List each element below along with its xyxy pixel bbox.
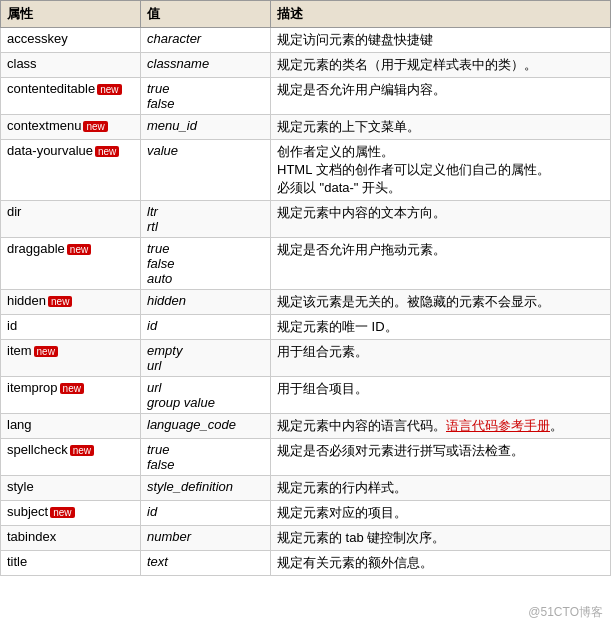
- table-row-attr: subjectnew: [1, 501, 141, 526]
- table-row-attr: data-yourvaluenew: [1, 140, 141, 201]
- table-row-val: emptyurl: [141, 340, 271, 377]
- table-row-val: id: [141, 315, 271, 340]
- table-row-attr: hiddennew: [1, 290, 141, 315]
- new-badge: new: [97, 84, 121, 95]
- table-row-desc: 规定元素对应的项目。: [271, 501, 611, 526]
- desc-text: 规定元素的上下文菜单。: [277, 119, 420, 134]
- value-item: true: [147, 81, 169, 96]
- desc-text: 规定元素的 tab 键控制次序。: [277, 530, 445, 545]
- table-row-attr: spellchecknew: [1, 439, 141, 476]
- table-row-desc: 规定元素的类名（用于规定样式表中的类）。: [271, 53, 611, 78]
- new-badge: new: [67, 244, 91, 255]
- new-badge: new: [83, 121, 107, 132]
- table-row-val: text: [141, 551, 271, 576]
- desc-text: HTML 文档的创作者可以定义他们自己的属性。: [277, 162, 550, 177]
- table-row-desc: 规定是否必须对元素进行拼写或语法检查。: [271, 439, 611, 476]
- desc-text: 规定元素中内容的文本方向。: [277, 205, 446, 220]
- table-row-desc: 规定是否允许用户编辑内容。: [271, 78, 611, 115]
- value-item: number: [147, 529, 191, 544]
- desc-text: 规定元素的唯一 ID。: [277, 319, 398, 334]
- header-desc: 描述: [271, 1, 611, 28]
- new-badge: new: [60, 383, 84, 394]
- value-item: language_code: [147, 417, 236, 432]
- header-attr: 属性: [1, 1, 141, 28]
- table-row-desc: 规定元素的行内样式。: [271, 476, 611, 501]
- desc-text: 规定有关元素的额外信息。: [277, 555, 433, 570]
- desc-text: 规定该元素是无关的。被隐藏的元素不会显示。: [277, 294, 550, 309]
- table-row-val: truefalse: [141, 78, 271, 115]
- table-row-val: classname: [141, 53, 271, 78]
- desc-text: 规定元素对应的项目。: [277, 505, 407, 520]
- table-row-val: id: [141, 501, 271, 526]
- value-item: true: [147, 241, 169, 256]
- table-row-desc: 创作者定义的属性。HTML 文档的创作者可以定义他们自己的属性。必须以 "dat…: [271, 140, 611, 201]
- new-badge: new: [70, 445, 94, 456]
- desc-text: 规定是否必须对元素进行拼写或语法检查。: [277, 443, 524, 458]
- table-row-attr: contenteditablenew: [1, 78, 141, 115]
- table-row-val: character: [141, 28, 271, 53]
- table-row-val: value: [141, 140, 271, 201]
- value-item: auto: [147, 271, 172, 286]
- table-row-val: truefalse: [141, 439, 271, 476]
- new-badge: new: [34, 346, 58, 357]
- table-row-attr: title: [1, 551, 141, 576]
- table-row-val: ltrrtl: [141, 201, 271, 238]
- table-row-desc: 规定元素的上下文菜单。: [271, 115, 611, 140]
- table-row-attr: accesskey: [1, 28, 141, 53]
- desc-text: 规定是否允许用户编辑内容。: [277, 82, 446, 97]
- desc-link[interactable]: 语言代码参考手册: [446, 418, 550, 433]
- value-item: group value: [147, 395, 215, 410]
- desc-text: 必须以 "data-" 开头。: [277, 180, 401, 195]
- value-item: character: [147, 31, 201, 46]
- desc-text: 规定访问元素的键盘快捷键: [277, 32, 433, 47]
- value-item: ltr: [147, 204, 158, 219]
- table-row-desc: 规定有关元素的额外信息。: [271, 551, 611, 576]
- table-row-attr: id: [1, 315, 141, 340]
- table-row-desc: 规定是否允许用户拖动元素。: [271, 238, 611, 290]
- value-item: true: [147, 442, 169, 457]
- value-item: url: [147, 380, 161, 395]
- new-badge: new: [48, 296, 72, 307]
- table-row-attr: tabindex: [1, 526, 141, 551]
- value-item: style_definition: [147, 479, 233, 494]
- new-badge: new: [95, 146, 119, 157]
- table-row-desc: 用于组合元素。: [271, 340, 611, 377]
- table-row-attr: itemnew: [1, 340, 141, 377]
- table-row-val: number: [141, 526, 271, 551]
- table-row-val: language_code: [141, 414, 271, 439]
- value-item: text: [147, 554, 168, 569]
- table-row-desc: 规定元素的 tab 键控制次序。: [271, 526, 611, 551]
- table-row-val: truefalseauto: [141, 238, 271, 290]
- value-item: id: [147, 504, 157, 519]
- desc-text: 创作者定义的属性。: [277, 144, 394, 159]
- value-item: false: [147, 96, 174, 111]
- table-row-val: menu_id: [141, 115, 271, 140]
- desc-text: 规定是否允许用户拖动元素。: [277, 242, 446, 257]
- table-row-attr: lang: [1, 414, 141, 439]
- desc-text: 用于组合元素。: [277, 344, 368, 359]
- table-row-val: hidden: [141, 290, 271, 315]
- value-item: hidden: [147, 293, 186, 308]
- header-val: 值: [141, 1, 271, 28]
- table-row-desc: 规定访问元素的键盘快捷键: [271, 28, 611, 53]
- value-item: classname: [147, 56, 209, 71]
- table-row-attr: draggablenew: [1, 238, 141, 290]
- table-row-desc: 规定该元素是无关的。被隐藏的元素不会显示。: [271, 290, 611, 315]
- table-row-val: urlgroup value: [141, 377, 271, 414]
- table-row-desc: 规定元素中内容的语言代码。语言代码参考手册。: [271, 414, 611, 439]
- desc-text: 用于组合项目。: [277, 381, 368, 396]
- desc-text: 规定元素的类名（用于规定样式表中的类）。: [277, 57, 537, 72]
- table-row-attr: class: [1, 53, 141, 78]
- table-row-desc: 规定元素中内容的文本方向。: [271, 201, 611, 238]
- table-row-val: style_definition: [141, 476, 271, 501]
- value-item: value: [147, 143, 178, 158]
- table-row-attr: itempropnew: [1, 377, 141, 414]
- value-item: url: [147, 358, 161, 373]
- value-item: empty: [147, 343, 182, 358]
- value-item: false: [147, 457, 174, 472]
- table-row-attr: dir: [1, 201, 141, 238]
- table-row-attr: contextmenunew: [1, 115, 141, 140]
- new-badge: new: [50, 507, 74, 518]
- value-item: false: [147, 256, 174, 271]
- table-row-attr: style: [1, 476, 141, 501]
